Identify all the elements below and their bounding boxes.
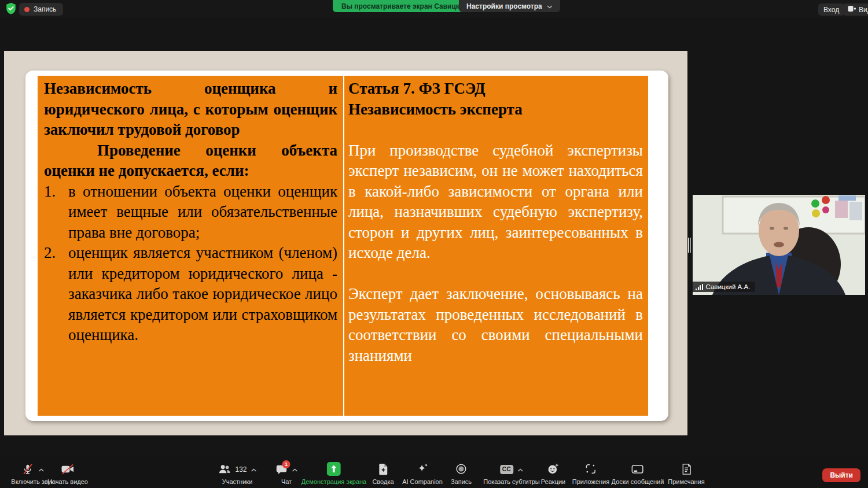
whiteboards-label: Доски сообщений xyxy=(612,478,664,485)
chat-icon: 1 xyxy=(275,463,288,476)
record-label: Запись xyxy=(451,478,472,485)
chevron-up-icon[interactable] xyxy=(517,466,523,473)
participants-label: Участники xyxy=(222,478,253,485)
security-shield-button[interactable] xyxy=(5,3,17,16)
chevron-down-icon xyxy=(547,2,553,10)
leave-meeting-button[interactable]: Выйти xyxy=(822,468,860,482)
chat-label: Чат xyxy=(281,478,292,485)
slide-right-column: Статья 7. ФЗ ГСЭД Независимость эксперта… xyxy=(344,76,648,416)
shield-check-icon xyxy=(6,2,16,17)
record-button[interactable]: Запись xyxy=(451,463,472,485)
summary-doc-icon xyxy=(377,463,389,477)
ai-companion-button[interactable]: AI Companion xyxy=(402,463,443,485)
audio-level-icon xyxy=(696,284,703,290)
slide-left-column: Независимость оценщика и юридического ли… xyxy=(38,76,343,416)
mic-muted-icon xyxy=(21,463,34,477)
apps-icon xyxy=(584,463,597,476)
whiteboards-button[interactable]: Доски сообщений xyxy=(612,463,664,485)
meeting-top-bar: Запись Вы просматриваете экран Савицкий … xyxy=(0,0,868,17)
slide-right-paragraph: При производстве судебной экспертизы экс… xyxy=(348,141,643,264)
notes-icon xyxy=(681,463,692,477)
chevron-up-icon[interactable] xyxy=(251,466,257,473)
record-icon xyxy=(455,463,468,476)
view-settings-label: Настройки просмотра xyxy=(466,2,542,10)
participant-video[interactable]: Савицкий А.А. xyxy=(693,195,865,295)
list-item-text: оценщик является участником (членом) или… xyxy=(68,243,337,346)
recording-dot-icon xyxy=(24,7,30,12)
reactions-smiley-icon xyxy=(547,463,560,476)
recording-indicator: Запись xyxy=(19,3,63,16)
slide-right-title-line2: Независимость эксперта xyxy=(348,99,643,120)
login-button[interactable]: Вход xyxy=(818,3,844,16)
summary-button[interactable]: Сводка xyxy=(372,463,393,485)
share-screen-button[interactable]: Демонстрация экрана xyxy=(301,463,366,485)
slide-right-paragraph: Эксперт дает заключение, основываясь на … xyxy=(348,284,643,366)
view-layout-icon xyxy=(848,5,856,14)
login-label: Вход xyxy=(823,6,839,14)
chevron-up-icon[interactable] xyxy=(292,466,298,473)
captions-label: Показать субтитры xyxy=(483,478,540,485)
participant-name-tag: Савицкий А.А. xyxy=(693,282,755,292)
meeting-toolbar: Включить звук Начать видео 132 Участники xyxy=(0,456,868,488)
summary-label: Сводка xyxy=(372,478,393,485)
chevron-up-icon[interactable] xyxy=(38,466,44,473)
presentation-slide-card: Независимость оценщика и юридического ли… xyxy=(25,71,668,421)
shared-screen-view: Независимость оценщика и юридического ли… xyxy=(4,51,687,435)
list-item-text: в отношении объекта оценки оценщик имеет… xyxy=(68,182,337,243)
start-video-button[interactable]: Начать видео xyxy=(47,463,88,485)
cc-icon: CC xyxy=(500,465,513,474)
apps-button[interactable]: Приложения xyxy=(572,463,609,485)
participants-icon xyxy=(218,463,231,476)
slide-right-title: Статья 7. ФЗ ГСЭД Независимость эксперта xyxy=(348,79,643,120)
recording-label: Запись xyxy=(34,5,56,13)
list-item-number: 1. xyxy=(44,182,68,243)
slide-list-item: 1. в отношении объекта оценки оценщик им… xyxy=(44,182,337,243)
chat-unread-badge: 1 xyxy=(282,460,290,468)
notes-button[interactable]: Примечания xyxy=(668,463,705,485)
share-screen-icon xyxy=(327,462,341,477)
ai-companion-icon xyxy=(415,462,429,477)
chat-button[interactable]: 1 Чат xyxy=(275,463,298,485)
camera-off-icon xyxy=(60,463,75,476)
view-layout-button[interactable]: Вид xyxy=(843,3,868,16)
start-video-label: Начать видео xyxy=(47,478,88,485)
reactions-button[interactable]: Реакции xyxy=(541,463,566,485)
video-panel-collapse-handle[interactable] xyxy=(688,238,692,253)
participants-count: 132 xyxy=(235,465,247,474)
slide-list-item: 2. оценщик является участником (членом) … xyxy=(44,243,337,346)
presentation-slide: Независимость оценщика и юридического ли… xyxy=(38,76,648,416)
participants-button[interactable]: 132 Участники xyxy=(218,463,256,485)
captions-button[interactable]: CC Показать субтитры xyxy=(483,463,540,485)
zoom-meeting-window: Запись Вы просматриваете экран Савицкий … xyxy=(0,0,868,488)
participant-name: Савицкий А.А. xyxy=(706,283,751,290)
slide-right-title-line1: Статья 7. ФЗ ГСЭД xyxy=(348,79,643,99)
list-item-number: 2. xyxy=(44,243,68,346)
view-layout-label: Вид xyxy=(859,6,868,14)
whiteboard-icon xyxy=(631,463,645,476)
apps-label: Приложения xyxy=(572,478,609,485)
ai-companion-label: AI Companion xyxy=(402,478,443,485)
reactions-label: Реакции xyxy=(541,478,566,485)
notes-label: Примечания xyxy=(668,478,705,485)
share-screen-label: Демонстрация экрана xyxy=(301,478,366,485)
view-settings-button[interactable]: Настройки просмотра xyxy=(459,0,560,12)
slide-left-heading: Независимость оценщика и юридического ли… xyxy=(44,79,337,141)
slide-left-subheading: Проведение оценки объекта оценки не допу… xyxy=(44,141,337,182)
